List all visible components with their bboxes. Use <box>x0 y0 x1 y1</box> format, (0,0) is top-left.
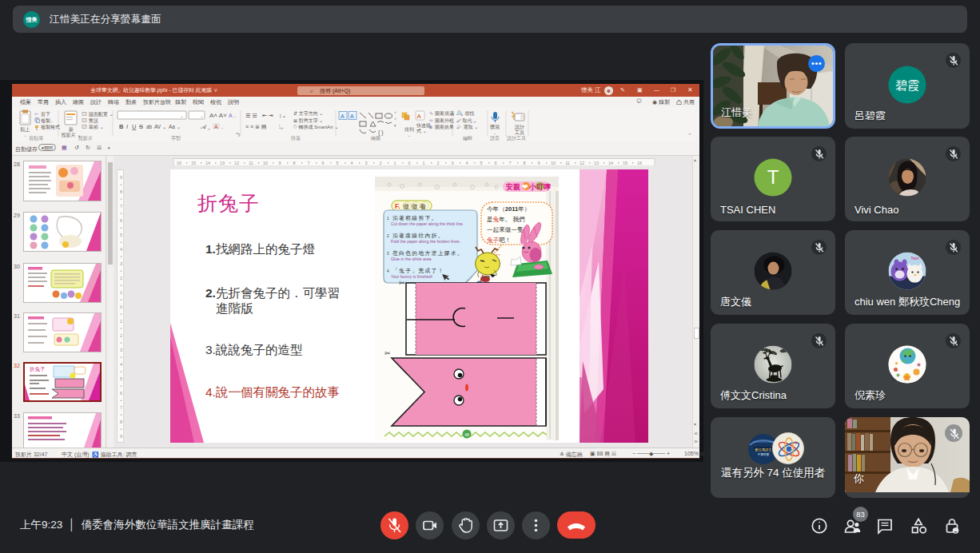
svg-text:◙: ◙ <box>429 125 432 129</box>
svg-text:⊞ 對齊文字 ⌄: ⊞ 對齊文字 ⌄ <box>293 117 323 123</box>
svg-text:8: 8 <box>293 161 295 165</box>
svg-text:S: S <box>139 123 143 130</box>
svg-text:↕⌄: ↕⌄ <box>279 113 286 118</box>
svg-text:5: 5 <box>336 161 338 165</box>
svg-text:5: 5 <box>120 376 122 381</box>
svg-text:13: 13 <box>594 161 599 165</box>
svg-text:✂: ✂ <box>384 349 391 357</box>
svg-text:Cut down the paper along the t: Cut down the paper along the thick line. <box>391 221 464 226</box>
svg-text:2 沿著虛線往內折。: 2 沿著虛線往內折。 <box>387 233 444 239</box>
svg-text:12: 12 <box>580 161 584 165</box>
svg-text:Twin: Twin <box>911 257 919 261</box>
svg-text:設計工具: 設計工具 <box>507 135 526 141</box>
svg-text:9: 9 <box>120 175 122 180</box>
svg-text:1: 1 <box>120 319 122 324</box>
svg-text:兔子吧！: 兔子吧！ <box>487 237 511 244</box>
svg-text:剪下: 剪下 <box>41 111 50 117</box>
svg-text:Glue in the white area.: Glue in the white area. <box>391 257 432 261</box>
svg-text:✎: ✎ <box>429 111 433 116</box>
svg-text:5: 5 <box>120 233 122 237</box>
svg-text:˄: ˄ <box>394 110 396 115</box>
svg-text:3: 3 <box>451 161 453 165</box>
svg-text:中華民國: 中華民國 <box>758 452 770 456</box>
svg-text:8: 8 <box>120 189 122 194</box>
svg-text:4: 4 <box>350 161 353 165</box>
svg-text:7: 7 <box>120 405 122 410</box>
svg-text:F.: F. <box>395 202 400 210</box>
svg-text:⎏ 轉換成 SmartArt ⌄: ⎏ 轉換成 SmartArt ⌄ <box>293 125 338 130</box>
svg-text:𝓐 ⌄: 𝓐 ⌄ <box>201 124 211 130</box>
svg-text:⫶⌄: ⫶⌄ <box>279 124 284 129</box>
svg-text:⌄: ⌄ <box>180 113 184 118</box>
svg-text:2: 2 <box>120 276 122 280</box>
svg-text:16: 16 <box>637 161 642 165</box>
svg-text:B: B <box>119 123 124 130</box>
svg-text:2: 2 <box>120 333 122 338</box>
svg-text:數位華語文: 數位華語文 <box>755 448 772 452</box>
svg-text:今年（2011年）: 今年（2011年） <box>487 205 530 213</box>
svg-text:圖案效果 ⌄: 圖案效果 ⌄ <box>435 124 460 130</box>
svg-text:3: 3 <box>120 348 122 352</box>
svg-text:U: U <box>132 123 136 130</box>
svg-text:✏: ✏ <box>429 118 433 123</box>
svg-text:Your bunny is finished!: Your bunny is finished! <box>391 274 432 279</box>
svg-text:重設: 重設 <box>88 117 98 124</box>
svg-text:10: 10 <box>551 161 556 165</box>
svg-text:˅: ˅ <box>394 117 396 121</box>
svg-text:新: 新 <box>69 126 74 132</box>
svg-text:14: 14 <box>205 161 210 165</box>
svg-text:Aa ⌄: Aa ⌄ <box>169 124 181 129</box>
svg-text:≡ ≡ ≣ ▤: ≡ ≡ ≣ ▤ <box>245 124 266 129</box>
svg-text:編輯: 編輯 <box>462 135 472 141</box>
svg-text:Fold the paper along the broke: Fold the paper along the broken lines. <box>391 239 460 244</box>
svg-text:0: 0 <box>120 304 122 309</box>
svg-text:繪圖: 繪圖 <box>370 136 380 141</box>
svg-text:段落: 段落 <box>291 136 301 141</box>
svg-text:⌄: ⌄ <box>408 133 411 137</box>
svg-text:5: 5 <box>480 161 482 165</box>
svg-text:折兔子: 折兔子 <box>30 366 46 372</box>
svg-text:圖案外框 ⌄: 圖案外框 ⌄ <box>435 117 460 124</box>
svg-text:7: 7 <box>120 204 122 209</box>
svg-text:15: 15 <box>623 161 627 165</box>
svg-text:11: 11 <box>565 161 570 165</box>
svg-text:3 在白色的地方塗上膠水。: 3 在白色的地方塗上膠水。 <box>387 250 464 257</box>
svg-text:⌄: ⌄ <box>50 119 54 123</box>
svg-text:⌄: ⌄ <box>493 130 496 135</box>
svg-text:A: A <box>229 113 233 118</box>
svg-text:3: 3 <box>120 261 122 266</box>
svg-text:☰ ☱: ☰ ☱ <box>245 113 257 118</box>
svg-text:1 沿著粗線剪下。: 1 沿著粗線剪下。 <box>387 215 438 221</box>
svg-text:ab: ab <box>146 124 153 129</box>
svg-text:▷ 選取 ⌄: ▷ 選取 ⌄ <box>457 124 478 129</box>
svg-text:1: 1 <box>393 161 396 165</box>
svg-text:🔍 尋找: 🔍 尋找 <box>457 110 474 117</box>
svg-text:48: 48 <box>464 432 469 437</box>
svg-text:6: 6 <box>494 161 496 165</box>
svg-text:章節 ⌄: 章節 ⌄ <box>89 124 104 129</box>
svg-text:字型: 字型 <box>171 135 181 141</box>
svg-text:⌄: ⌄ <box>221 125 224 129</box>
svg-text:6: 6 <box>321 161 324 165</box>
svg-text:4: 4 <box>465 161 468 165</box>
svg-text:7: 7 <box>508 161 511 165</box>
svg-text:小叮嚀: 小叮嚀 <box>528 183 551 191</box>
svg-text:剪貼簿: 剪貼簿 <box>29 135 43 141</box>
svg-text:設計: 設計 <box>515 124 524 130</box>
svg-text:4: 4 <box>120 362 122 367</box>
svg-text:1: 1 <box>422 161 424 165</box>
svg-text:0: 0 <box>408 161 410 165</box>
svg-text:是兔年。 我們: 是兔年。 我們 <box>487 216 525 223</box>
svg-text:2: 2 <box>379 161 381 165</box>
svg-text:13: 13 <box>220 161 225 165</box>
svg-text:8: 8 <box>120 420 122 424</box>
svg-text:11: 11 <box>249 161 253 165</box>
svg-text:✂: ✂ <box>34 111 39 117</box>
svg-text:版面配置 ⌄: 版面配置 ⌄ <box>89 111 114 117</box>
svg-text:16: 16 <box>177 161 181 165</box>
svg-text:A: A <box>350 113 354 119</box>
svg-text:⌄: ⌄ <box>233 113 237 118</box>
svg-text:12: 12 <box>234 161 239 165</box>
svg-text:1: 1 <box>120 290 122 295</box>
svg-text:␥ 取代 ⌄: ␥ 取代 ⌄ <box>457 117 476 123</box>
